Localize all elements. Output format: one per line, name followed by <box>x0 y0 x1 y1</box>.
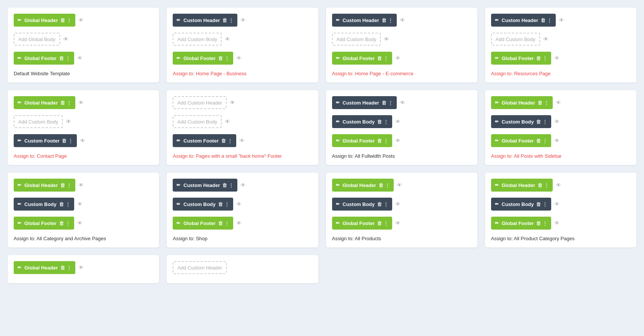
row-main-7-1[interactable]: ✏Custom Header🗑⋮ <box>332 96 397 109</box>
more-icon[interactable]: ⋮ <box>542 138 547 144</box>
more-icon[interactable]: ⋮ <box>383 55 388 61</box>
row-main-4-3[interactable]: ✏Global Footer🗑⋮ <box>491 52 552 65</box>
row-main-10-3[interactable]: ✏Global Footer🗑⋮ <box>173 217 233 230</box>
row-main-11-1[interactable]: ✏Global Header🗑⋮ <box>332 179 394 192</box>
more-icon[interactable]: ⋮ <box>383 201 388 207</box>
row-main-11-3[interactable]: ✏Global Footer🗑⋮ <box>332 217 393 230</box>
delete-icon[interactable]: 🗑 <box>377 119 382 125</box>
eye-icon[interactable]: 👁 <box>397 182 402 188</box>
delete-icon[interactable]: 🗑 <box>221 138 226 144</box>
edit-icon[interactable]: ✏ <box>495 55 499 61</box>
delete-icon[interactable]: 🗑 <box>218 55 223 61</box>
eye-icon[interactable]: 👁 <box>236 55 242 61</box>
delete-icon[interactable]: 🗑 <box>377 55 382 61</box>
delete-icon[interactable]: 🗑 <box>536 138 541 144</box>
eye-icon[interactable]: 👁 <box>236 201 242 207</box>
eye-icon[interactable]: 👁 <box>556 182 561 188</box>
edit-icon[interactable]: ✏ <box>495 119 499 124</box>
more-icon[interactable]: ⋮ <box>67 100 72 106</box>
eye-icon[interactable]: 👁 <box>556 100 561 106</box>
eye-icon[interactable]: 👁 <box>554 119 560 125</box>
more-icon[interactable]: ⋮ <box>544 100 549 106</box>
row-main-12-3[interactable]: ✏Global Footer🗑⋮ <box>491 217 552 230</box>
row-main-3-3[interactable]: ✏Global Footer🗑⋮ <box>332 52 393 65</box>
row-main-13-1[interactable]: ✏Global Header🗑⋮ <box>14 261 75 274</box>
more-icon[interactable]: ⋮ <box>542 220 547 226</box>
delete-icon[interactable]: 🗑 <box>59 55 64 61</box>
eye-icon[interactable]: 👁 <box>543 36 549 42</box>
edit-icon[interactable]: ✏ <box>17 265 21 270</box>
row-main-7-3[interactable]: ✏Global Footer🗑⋮ <box>332 134 393 147</box>
row-main-3-1[interactable]: ✏Custom Header🗑⋮ <box>332 14 397 27</box>
row-main-8-1[interactable]: ✏Global Header🗑⋮ <box>491 96 553 109</box>
eye-icon[interactable]: 👁 <box>554 138 560 144</box>
eye-icon[interactable]: 👁 <box>78 100 84 106</box>
row-main-9-1[interactable]: ✏Global Header🗑⋮ <box>14 179 75 192</box>
delete-icon[interactable]: 🗑 <box>60 182 65 188</box>
row-main-9-2[interactable]: ✏Custom Body🗑⋮ <box>14 198 74 211</box>
row-main-10-2[interactable]: ✏Custom Body🗑⋮ <box>173 198 233 211</box>
more-icon[interactable]: ⋮ <box>385 182 390 188</box>
more-icon[interactable]: ⋮ <box>388 100 393 106</box>
edit-icon[interactable]: ✏ <box>17 138 21 143</box>
edit-icon[interactable]: ✏ <box>177 220 180 226</box>
eye-icon[interactable]: 👁 <box>400 17 405 23</box>
eye-icon[interactable]: 👁 <box>77 201 83 207</box>
eye-icon[interactable]: 👁 <box>78 17 84 23</box>
edit-icon[interactable]: ✏ <box>336 119 340 124</box>
row-main-4-1[interactable]: ✏Custom Header🗑⋮ <box>491 14 556 27</box>
eye-icon[interactable]: 👁 <box>395 201 401 207</box>
edit-icon[interactable]: ✏ <box>17 201 21 207</box>
edit-icon[interactable]: ✏ <box>336 55 340 61</box>
edit-icon[interactable]: ✏ <box>495 182 499 188</box>
delete-icon[interactable]: 🗑 <box>222 182 227 188</box>
more-icon[interactable]: ⋮ <box>227 138 232 144</box>
delete-icon[interactable]: 🗑 <box>377 220 382 226</box>
delete-icon[interactable]: 🗑 <box>222 17 227 23</box>
eye-icon[interactable]: 👁 <box>236 220 242 226</box>
more-icon[interactable]: ⋮ <box>224 201 229 207</box>
more-icon[interactable]: ⋮ <box>542 201 547 207</box>
edit-icon[interactable]: ✏ <box>336 201 340 207</box>
edit-icon[interactable]: ✏ <box>177 201 180 207</box>
eye-icon[interactable]: 👁 <box>554 55 560 61</box>
eye-icon[interactable]: 👁 <box>63 36 68 42</box>
eye-icon[interactable]: 👁 <box>395 55 401 61</box>
edit-icon[interactable]: ✏ <box>17 100 21 105</box>
more-icon[interactable]: ⋮ <box>65 55 70 61</box>
row-main-2-3[interactable]: ✏Global Footer🗑⋮ <box>173 52 233 65</box>
eye-icon[interactable]: 👁 <box>66 119 71 125</box>
eye-icon[interactable]: 👁 <box>554 201 560 207</box>
edit-icon[interactable]: ✏ <box>17 182 21 188</box>
delete-icon[interactable]: 🗑 <box>536 201 541 207</box>
edit-icon[interactable]: ✏ <box>336 138 340 143</box>
eye-icon[interactable]: 👁 <box>395 220 401 226</box>
edit-icon[interactable]: ✏ <box>336 182 340 188</box>
more-icon[interactable]: ⋮ <box>67 265 72 271</box>
eye-icon[interactable]: 👁 <box>77 55 83 61</box>
more-icon[interactable]: ⋮ <box>383 138 388 144</box>
edit-icon[interactable]: ✏ <box>177 182 180 188</box>
delete-icon[interactable]: 🗑 <box>536 220 541 226</box>
more-icon[interactable]: ⋮ <box>383 220 388 226</box>
delete-icon[interactable]: 🗑 <box>59 201 64 207</box>
eye-icon[interactable]: 👁 <box>78 182 84 188</box>
eye-icon[interactable]: 👁 <box>80 138 85 144</box>
eye-icon[interactable]: 👁 <box>384 36 389 42</box>
eye-icon[interactable]: 👁 <box>395 138 401 144</box>
delete-icon[interactable]: 🗑 <box>382 100 386 106</box>
more-icon[interactable]: ⋮ <box>224 55 229 61</box>
delete-icon[interactable]: 🗑 <box>536 119 541 125</box>
delete-icon[interactable]: 🗑 <box>537 182 542 188</box>
eye-icon[interactable]: 👁 <box>78 265 84 271</box>
eye-icon[interactable]: 👁 <box>400 100 405 106</box>
eye-icon[interactable]: 👁 <box>240 182 246 188</box>
edit-icon[interactable]: ✏ <box>495 17 499 23</box>
more-icon[interactable]: ⋮ <box>67 182 72 188</box>
edit-icon[interactable]: ✏ <box>17 55 21 61</box>
delete-icon[interactable]: 🗑 <box>378 182 383 188</box>
row-main-12-2[interactable]: ✏Custom Body🗑⋮ <box>491 198 552 211</box>
eye-icon[interactable]: 👁 <box>230 100 235 106</box>
eye-icon[interactable]: 👁 <box>239 138 245 144</box>
more-icon[interactable]: ⋮ <box>65 201 70 207</box>
